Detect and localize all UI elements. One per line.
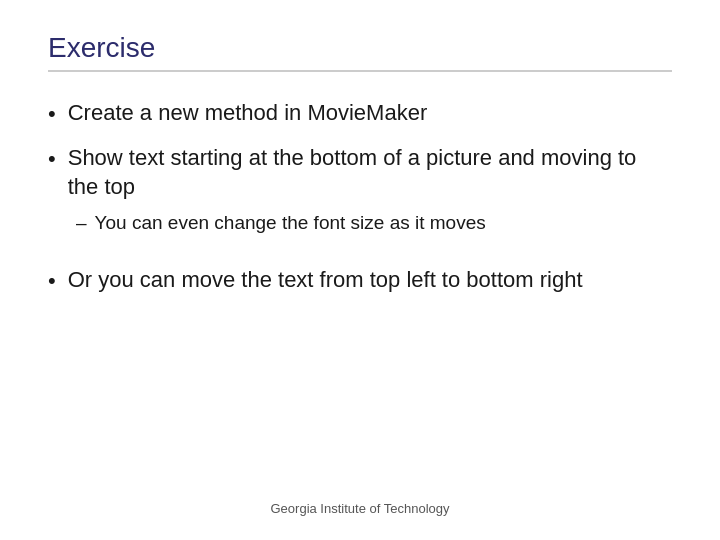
list-item: • Or you can move the text from top left… (48, 265, 672, 296)
sub-list: – You can even change the font size as i… (76, 210, 486, 243)
bullet-list: • Create a new method in MovieMaker • Sh… (48, 98, 672, 295)
bullet-text: Create a new method in MovieMaker (68, 98, 672, 128)
sub-text: You can even change the font size as it … (95, 210, 486, 237)
footer-text: Georgia Institute of Technology (271, 501, 450, 516)
list-item: • Show text starting at the bottom of a … (48, 143, 672, 251)
slide-footer: Georgia Institute of Technology (48, 491, 672, 516)
sub-dash: – (76, 210, 87, 237)
bullet-dot: • (48, 266, 56, 296)
bullet-dot: • (48, 99, 56, 129)
slide-container: Exercise • Create a new method in MovieM… (0, 0, 720, 540)
slide-title: Exercise (48, 32, 672, 72)
list-item: – You can even change the font size as i… (76, 210, 486, 237)
bullet-text: Or you can move the text from top left t… (68, 265, 672, 295)
list-item: • Create a new method in MovieMaker (48, 98, 672, 129)
bullet-text: Show text starting at the bottom of a pi… (68, 143, 672, 202)
slide-content: • Create a new method in MovieMaker • Sh… (48, 78, 672, 491)
bullet-dot: • (48, 144, 56, 174)
